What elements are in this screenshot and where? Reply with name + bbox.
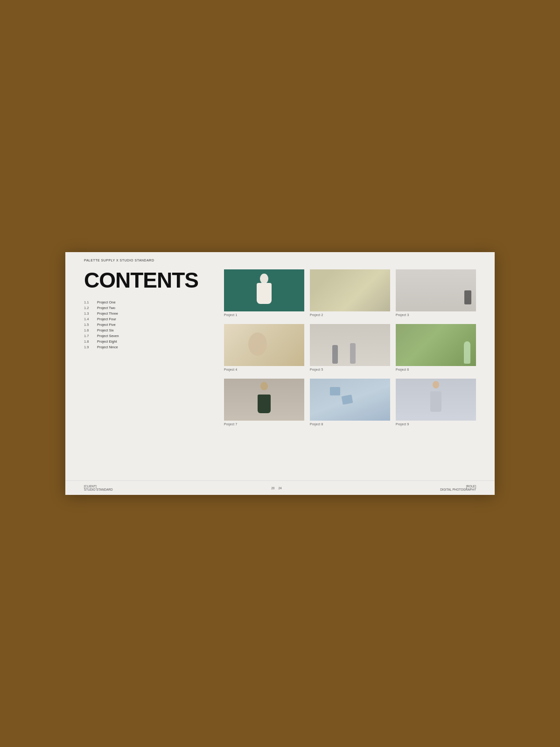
list-item: 1.1 Project One (84, 300, 215, 304)
project-item-6[interactable]: Project 6 (396, 324, 476, 371)
project-label-4: Project 4 (224, 368, 304, 371)
project-label-9: Project 9 (396, 423, 476, 426)
project-item-3[interactable]: Project 3 (396, 269, 476, 317)
toc-label: Project Nince (97, 345, 118, 349)
toc-label: Project Three (97, 311, 118, 316)
page-card: PALETTE SUPPLY X STUDIO STANDARD CONTENT… (65, 252, 495, 495)
toc-number: 1.3 (84, 311, 97, 316)
toc-number: 1.1 (84, 300, 97, 304)
project-thumb-8 (310, 379, 390, 421)
project-thumb-5 (310, 324, 390, 366)
client-value: STUDIO STANDARD (84, 488, 113, 491)
client-label: [CLIENT] (84, 485, 113, 488)
project-label-2: Project 2 (310, 313, 390, 317)
project-label-8: Project 8 (310, 423, 390, 426)
list-item: 1.3 Project Three (84, 311, 215, 316)
footer-client: [CLIENT] STUDIO STANDARD (84, 485, 113, 491)
toc-label: Project Seven (97, 334, 119, 338)
role-label: [ROLE] (440, 485, 476, 488)
project-label-5: Project 5 (310, 368, 390, 371)
project-item-1[interactable]: Project 1 (224, 269, 304, 317)
project-label-3: Project 3 (396, 313, 476, 317)
role-value: DIGITAL PHOTOGRAPHY (440, 488, 476, 491)
project-label-7: Project 7 (224, 423, 304, 426)
toc-label: Project Eight (97, 339, 117, 344)
projects-grid-container: Project 1 Project 2 Project 3 (215, 262, 476, 480)
toc-number: 1.9 (84, 345, 97, 349)
toc-label: Project Four (97, 317, 116, 321)
project-thumb-6 (396, 324, 476, 366)
toc-label: Project Six (97, 328, 114, 332)
toc-label: Project Five (97, 323, 116, 327)
project-thumb-2 (310, 269, 390, 311)
page-footer: [CLIENT] STUDIO STANDARD 20 24 [ROLE] DI… (65, 480, 495, 495)
toc-label: Project One (97, 300, 116, 304)
list-item: 1.2 Project Two (84, 306, 215, 310)
toc-number: 1.7 (84, 334, 97, 338)
project-thumb-3 (396, 269, 476, 311)
list-item: 1.6 Project Six (84, 328, 215, 332)
project-item-9[interactable]: Project 9 (396, 379, 476, 426)
project-thumb-1 (224, 269, 304, 311)
project-item-2[interactable]: Project 2 (310, 269, 390, 317)
toc-label: Project Two (97, 306, 115, 310)
page-total: 24 (278, 486, 281, 490)
project-item-7[interactable]: Project 7 (224, 379, 304, 426)
page-current: 20 (271, 486, 274, 490)
list-item: 1.8 Project Eight (84, 339, 215, 344)
page-body: CONTENTS 1.1 Project One 1.2 Project Two… (65, 262, 495, 480)
toc-number: 1.2 (84, 306, 97, 310)
list-item: 1.7 Project Seven (84, 334, 215, 338)
project-item-4[interactable]: Project 4 (224, 324, 304, 371)
project-thumb-7 (224, 379, 304, 421)
projects-grid: Project 1 Project 2 Project 3 (224, 269, 476, 426)
project-item-5[interactable]: Project 5 (310, 324, 390, 371)
toc-number: 1.4 (84, 317, 97, 321)
contents-title: CONTENTS (84, 269, 215, 291)
list-item: 1.4 Project Four (84, 317, 215, 321)
toc-number: 1.5 (84, 323, 97, 327)
list-item: 1.5 Project Five (84, 323, 215, 327)
project-item-8[interactable]: Project 8 (310, 379, 390, 426)
footer-role: [ROLE] DIGITAL PHOTOGRAPHY (440, 485, 476, 491)
project-thumb-4 (224, 324, 304, 366)
toc-number: 1.8 (84, 339, 97, 344)
brand-label: PALETTE SUPPLY X STUDIO STANDARD (84, 259, 154, 262)
project-label-1: Project 1 (224, 313, 304, 317)
toc-number: 1.6 (84, 328, 97, 332)
footer-pagination: 20 24 (271, 486, 281, 490)
page-header: PALETTE SUPPLY X STUDIO STANDARD (65, 252, 495, 262)
project-thumb-9 (396, 379, 476, 421)
project-label-6: Project 6 (396, 368, 476, 371)
left-column: CONTENTS 1.1 Project One 1.2 Project Two… (84, 262, 215, 480)
list-item: 1.9 Project Nince (84, 345, 215, 349)
table-of-contents: 1.1 Project One 1.2 Project Two 1.3 Proj… (84, 300, 215, 349)
